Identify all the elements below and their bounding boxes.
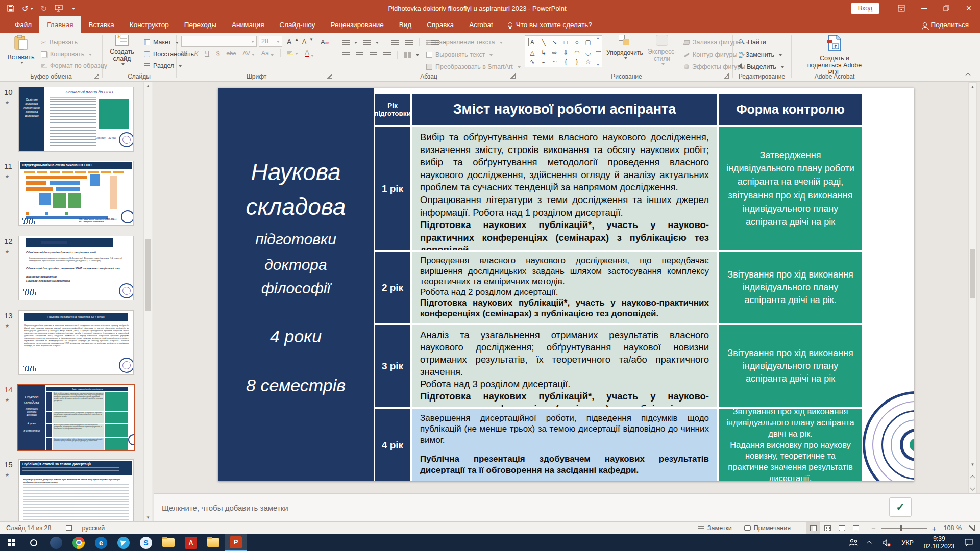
paragraph-dialog-launcher-icon[interactable] (510, 73, 516, 79)
start-slideshow-icon[interactable] (55, 5, 63, 12)
font-color-button[interactable]: А (305, 49, 314, 57)
oval-shape-icon[interactable]: ○ (571, 36, 582, 48)
notes-placeholder[interactable]: Щелкните, чтобы добавить заметки (162, 494, 288, 522)
find-button[interactable]: Найти (739, 37, 784, 47)
tab-insert[interactable]: Вставка (81, 16, 122, 33)
notes-pane[interactable]: Щелкните, чтобы добавить заметки ✓ (154, 493, 980, 521)
scroll-down-icon[interactable]: ▼ (969, 460, 976, 468)
strikethrough-button[interactable]: abc (227, 50, 236, 56)
tab-help[interactable]: Справка (419, 16, 461, 33)
green-check-button[interactable]: ✓ (889, 497, 912, 517)
tab-view[interactable]: Вид (391, 16, 419, 33)
sign-in-button[interactable]: Вход (851, 3, 879, 14)
star-shape-icon[interactable]: ☆ (582, 57, 594, 66)
previous-slide-icon[interactable] (971, 472, 974, 482)
character-spacing-button[interactable]: AV (242, 50, 255, 56)
clock[interactable]: 9:3902.10.2023 (920, 534, 959, 551)
start-button[interactable] (0, 534, 22, 551)
next-slide-icon[interactable] (971, 483, 974, 492)
italic-button[interactable]: К (194, 49, 198, 57)
taskbar-edge[interactable]: e (90, 534, 112, 551)
section-button[interactable]: Раздел (144, 61, 182, 71)
elbow-connector-icon[interactable]: ↳ (538, 48, 549, 57)
justify-button[interactable] (383, 49, 391, 60)
search-button[interactable] (22, 534, 45, 551)
text-shadow-button[interactable]: S (216, 49, 220, 57)
format-painter-button[interactable]: Формат по образцу (41, 61, 107, 71)
scribble-shape-icon[interactable]: ∿ (527, 57, 538, 66)
language-switcher[interactable]: УКР (897, 534, 918, 551)
underline-button[interactable]: Ч (205, 49, 209, 57)
notes-toggle-button[interactable]: Заметки (698, 524, 732, 532)
tab-review[interactable]: Рецензирование (323, 16, 391, 33)
align-center-button[interactable] (356, 49, 363, 60)
zoom-out-button[interactable]: − (871, 524, 876, 533)
comments-toggle-button[interactable]: Примечания (744, 524, 791, 532)
align-left-button[interactable] (342, 49, 350, 60)
tab-file[interactable]: Файл (7, 16, 39, 33)
tab-home[interactable]: Главная (39, 16, 81, 33)
tab-acrobat[interactable]: Acrobat (461, 16, 501, 33)
scroll-up-icon[interactable]: ▲ (144, 82, 152, 90)
increase-indent-button[interactable] (405, 37, 413, 47)
slide-thumbnail-11[interactable]: Структурно-логічна схема виконання ОНП О… (18, 161, 134, 226)
text-direction-button[interactable]: Направление текста (426, 37, 521, 47)
spell-check-icon[interactable] (66, 525, 72, 531)
people-icon[interactable] (845, 534, 862, 551)
collapse-ribbon-icon[interactable] (966, 71, 970, 79)
action-center-icon[interactable] (961, 534, 977, 551)
replace-button[interactable]: abacЗаменить (739, 49, 784, 60)
slide-thumbnail-10[interactable]: Освітня складова підготовки доктора філо… (18, 87, 134, 152)
scrollbar-thumb[interactable] (970, 249, 975, 298)
redo-icon[interactable]: ↻ (41, 5, 47, 12)
decrease-indent-button[interactable] (391, 37, 399, 47)
clipboard-dialog-launcher-icon[interactable] (94, 73, 99, 79)
slide-thumbnail-15[interactable]: Публікація статей за темою дисертації На… (18, 459, 134, 521)
rounded-rect-shape-icon[interactable]: ▢ (582, 36, 594, 48)
down-arrow-shape-icon[interactable]: ⇩ (560, 48, 572, 57)
right-brace-shape-icon[interactable]: } (571, 57, 582, 66)
taskbar-powerpoint-active[interactable]: P (225, 534, 247, 551)
volume-muted-icon[interactable] (878, 534, 895, 551)
taskbar-folder[interactable] (202, 534, 225, 551)
highlight-color-button[interactable] (287, 51, 298, 55)
columns-button[interactable] (404, 49, 419, 60)
normal-view-button[interactable] (806, 522, 820, 534)
thumbnail-scrollbar[interactable]: ▲ ▼ (143, 82, 152, 521)
chord-shape-icon[interactable]: ◡ (582, 48, 594, 57)
taskbar-explorer[interactable] (157, 534, 180, 551)
create-pdf-button[interactable]: Создать и поделиться Adobe PDF (805, 35, 864, 69)
quick-styles-button[interactable]: Экспресс-стили (644, 35, 680, 69)
share-button[interactable]: Поделиться (923, 16, 980, 33)
save-icon[interactable] (7, 5, 14, 12)
editor-scrollbar[interactable]: ▲ ▼ (968, 82, 977, 493)
taskbar-skype[interactable]: S (135, 534, 157, 551)
clear-formatting-button[interactable]: А (321, 37, 329, 47)
tab-slideshow[interactable]: Слайд-шоу (272, 16, 323, 33)
numbering-button[interactable] (363, 37, 379, 47)
minimize-button[interactable] (913, 0, 935, 16)
slide-thumbnail-13[interactable]: Науково-педагогічна практика (3-4 курс) … (18, 310, 134, 375)
zoom-slider[interactable] (881, 528, 927, 529)
select-button[interactable]: Выделить (739, 62, 784, 72)
new-slide-button[interactable]: ✶ Создать слайд (106, 35, 138, 69)
convert-smartart-button[interactable]: Преобразовать в SmartArt (426, 62, 521, 72)
undo-icon[interactable]: ↺ (22, 5, 33, 12)
tab-transitions[interactable]: Переходы (177, 16, 224, 33)
slide-thumbnail-14-selected[interactable]: Наукова складова підготовки доктора філо… (17, 384, 135, 451)
drawing-dialog-launcher-icon[interactable] (724, 73, 729, 79)
curve-shape-icon[interactable]: ⌣ (538, 57, 549, 66)
textbox-shape-icon[interactable]: A (528, 38, 536, 46)
shapes-gallery-scrollbar[interactable]: ▲▼ (594, 35, 602, 67)
slide-sorter-view-button[interactable] (820, 522, 835, 534)
arc-shape-icon[interactable]: ◠ (571, 48, 582, 57)
line-shape-icon[interactable]: ╲ (538, 36, 549, 48)
language-indicator[interactable]: русский (82, 524, 105, 532)
arrange-button[interactable]: Упорядочить (606, 35, 643, 69)
arrow-shape-icon[interactable]: ↘ (549, 36, 560, 48)
slide-left-panel[interactable]: Наукова складова підготовки доктора філо… (218, 88, 374, 481)
slideshow-view-button[interactable] (849, 522, 863, 534)
tell-me-box[interactable]: Что вы хотите сделать? (501, 16, 599, 33)
scrollbar-thumb[interactable] (145, 239, 151, 311)
taskbar-chrome[interactable] (67, 534, 90, 551)
